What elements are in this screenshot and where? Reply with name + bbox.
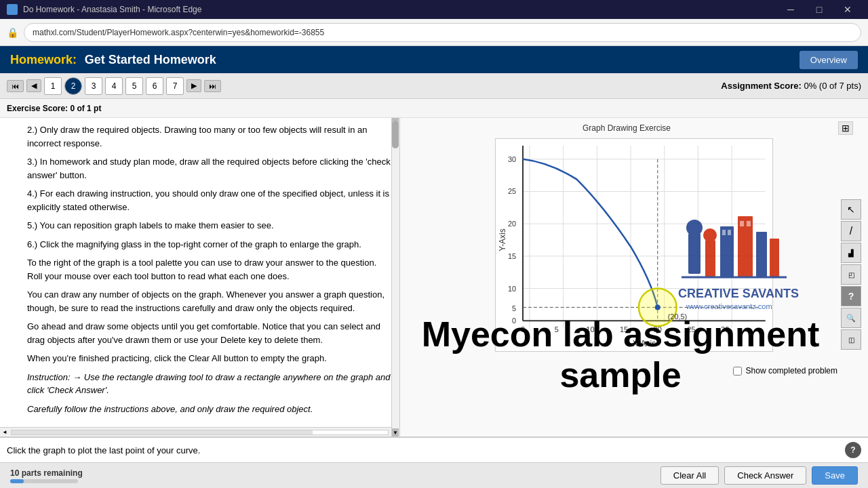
instruction-careful: Carefully follow the instructions above,…	[27, 403, 391, 416]
help-tool[interactable]: ?	[841, 286, 861, 306]
url-field[interactable]	[24, 23, 861, 42]
big-text-line2: sample	[400, 355, 841, 396]
page-num-3[interactable]: 3	[85, 77, 102, 95]
homework-title: Homework: Get Started Homework	[10, 53, 216, 67]
instruction-italic: Instruction: → Use the rectangle drawing…	[27, 371, 391, 397]
extra-tool[interactable]: ◫	[841, 329, 861, 350]
instruction-3: 3.) In homework and study plan mode, dra…	[27, 155, 391, 182]
save-button[interactable]: Save	[812, 466, 858, 485]
left-panel: 2.) Only draw the required objects. Draw…	[0, 118, 400, 436]
score-bar: Exercise Score: 0 of 1 pt 1 of 7 attempt…	[0, 99, 868, 118]
progress-fill	[10, 479, 24, 483]
window-title: Do Homework - Anastasia Smith - Microsof…	[7, 4, 201, 15]
exercise-score: Exercise Score: 0 of 1 pt	[7, 104, 101, 113]
main-content: 🖨 2.) Only draw the required objects. Dr…	[0, 118, 868, 436]
instruction-5: 5.) You can reposition graph labels to m…	[27, 219, 391, 232]
bottom-status-bar: Click the graph to plot the last point o…	[0, 436, 868, 462]
svg-text:15: 15	[508, 252, 516, 260]
window-title-text: Do Homework - Anastasia Smith - Microsof…	[23, 5, 201, 14]
first-page-button[interactable]: ⏮	[7, 80, 24, 92]
instruction-practice: Go ahead and draw some objects until you…	[27, 320, 391, 346]
svg-text:5: 5	[512, 304, 516, 312]
instruction-tool: To the right of the graph is a tool pale…	[27, 256, 391, 283]
parts-remaining: 10 parts remaining	[10, 468, 83, 478]
status-text: Click the graph to plot the last point o…	[7, 445, 200, 455]
svg-text:20: 20	[508, 220, 516, 228]
parts-info: 10 parts remaining	[10, 468, 83, 483]
minimize-button[interactable]: ─	[777, 0, 804, 19]
page-num-5[interactable]: 5	[125, 77, 143, 95]
progress-bar	[10, 479, 78, 483]
prev-page-button[interactable]: ◀	[26, 79, 41, 92]
page-num-2[interactable]: 2	[64, 77, 82, 95]
scroll-left-arrow[interactable]: ◄	[0, 429, 9, 435]
shape-tool-1[interactable]: ▟	[841, 243, 861, 263]
tool-palette: ↖ / ▟ ◰ ? 🔍 ◫	[841, 199, 861, 350]
instruction-2: 2.) Only draw the required objects. Draw…	[27, 123, 391, 150]
page-num-1[interactable]: 1	[44, 77, 62, 95]
homework-header: Homework: Get Started Homework Overview	[0, 46, 868, 73]
big-text-line1: Myecon lab assignment	[400, 314, 841, 355]
navigation-bar: ⏮ ◀ 1 2 3 4 5 6 7 ▶ ⏭ Assignment Score: …	[0, 73, 868, 99]
address-bar: 🔒	[0, 19, 868, 46]
line-tool[interactable]: /	[841, 221, 861, 241]
shape-tool-2[interactable]: ◰	[841, 264, 861, 285]
nav-left: ⏮ ◀ 1 2 3 4 5 6 7 ▶ ⏭	[7, 77, 221, 95]
graph-header: Graph Drawing Exercise ⊞	[412, 121, 856, 135]
homework-label: Homework:	[10, 53, 77, 66]
instruction-draw: You can draw any number of objects on th…	[27, 288, 391, 314]
zoom-tool[interactable]: 🔍	[841, 308, 861, 328]
cursor-tool[interactable]: ↖	[841, 199, 861, 220]
action-bar: 10 parts remaining Clear All Check Answe…	[0, 462, 868, 488]
next-page-button[interactable]: ▶	[186, 79, 201, 92]
scroll-track[interactable]: ▲ ▼	[391, 118, 399, 436]
score-info: Assignment Score: 0% (0 of 7 pts)	[721, 81, 861, 91]
instruction-clear: When you're finished practicing, click t…	[27, 352, 391, 365]
assignment-score: Assignment Score: 0% (0 of 7 pts)	[721, 81, 861, 91]
expand-button[interactable]: ⊞	[838, 121, 853, 135]
homework-name: Get Started Homework	[85, 53, 216, 66]
svg-text:10: 10	[508, 285, 516, 293]
horizontal-scroll[interactable]: ◄ ►	[0, 427, 399, 436]
clear-all-button[interactable]: Clear All	[660, 466, 719, 485]
lock-icon: 🔒	[7, 27, 18, 38]
page-num-4[interactable]: 4	[105, 77, 123, 95]
svg-text:Y-Axis: Y-Axis	[498, 228, 507, 251]
last-page-button[interactable]: ⏭	[204, 80, 221, 92]
window-controls: ─ □ ✕	[777, 0, 861, 19]
show-completed-label: Show completed problem	[746, 366, 837, 375]
h-scroll-track[interactable]	[11, 430, 389, 435]
overview-button[interactable]: Overview	[800, 51, 858, 69]
scroll-content: 2.) Only draw the required objects. Draw…	[0, 118, 399, 427]
scroll-thumb[interactable]	[392, 121, 399, 148]
action-buttons: Clear All Check Answer Save	[660, 466, 858, 485]
watermark-big-text: Myecon lab assignment sample	[400, 314, 841, 396]
titlebar: Do Homework - Anastasia Smith - Microsof…	[0, 0, 868, 19]
show-completed-checkbox[interactable]	[733, 367, 742, 375]
page-num-6[interactable]: 6	[146, 77, 163, 95]
page-num-7[interactable]: 7	[166, 77, 184, 95]
right-panel: Graph Drawing Exercise ⊞ 30 25 20	[400, 118, 868, 436]
svg-text:25: 25	[508, 187, 516, 195]
help-button[interactable]: ?	[845, 442, 861, 458]
scroll-down-arrow[interactable]: ▼	[392, 428, 399, 436]
check-answer-button[interactable]: Check Answer	[724, 466, 806, 485]
assignment-score-val: 0% (0 of 7 pts)	[804, 81, 861, 91]
maximize-button[interactable]: □	[806, 0, 833, 19]
h-scroll-thumb[interactable]	[12, 430, 313, 434]
instruction-4: 4.) For each drawing instruction, you sh…	[27, 187, 391, 214]
svg-text:30: 30	[508, 155, 516, 163]
svg-point-33	[655, 304, 660, 310]
show-completed-container: Show completed problem	[733, 366, 837, 375]
assignment-score-label: Assignment Score:	[721, 81, 801, 91]
close-button[interactable]: ✕	[834, 0, 861, 19]
browser-icon	[7, 4, 18, 15]
graph-title: Graph Drawing Exercise	[583, 123, 671, 133]
instruction-6: 6.) Click the magnifying glass in the to…	[27, 238, 391, 251]
